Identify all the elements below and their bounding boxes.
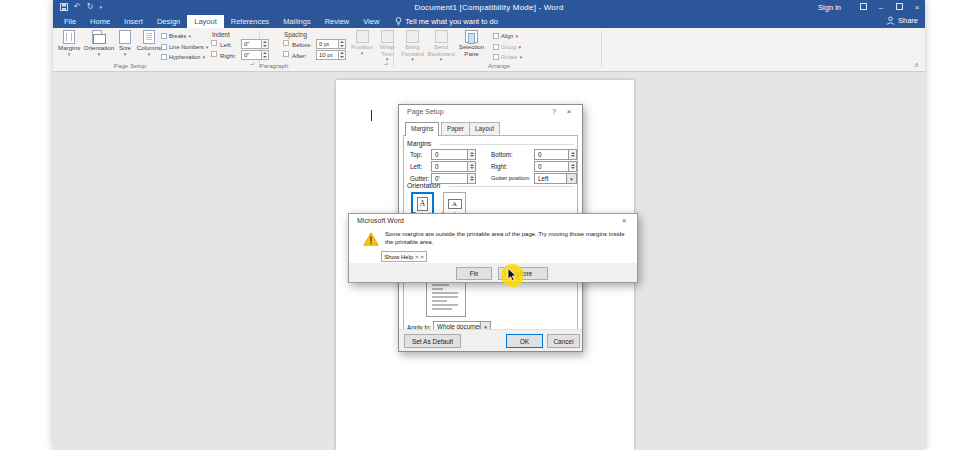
close-icon[interactable]: × xyxy=(619,216,629,225)
group-divider xyxy=(601,31,602,67)
spacing-after-input[interactable]: 10 pt xyxy=(316,50,346,60)
size-button[interactable]: Size ▾ xyxy=(116,30,134,56)
dialog-title: Page Setup xyxy=(407,108,444,115)
indent-right-input[interactable]: 0" xyxy=(241,50,269,60)
spinner-icon[interactable] xyxy=(467,162,475,171)
spacing-before-input[interactable]: 0 pt xyxy=(316,39,346,49)
page-setup-group-buttons: Margins ▾ Orientation ▾ Size ▾ Columns ▾ xyxy=(56,30,162,56)
dialog-tab-layout[interactable]: Layout xyxy=(469,122,500,135)
spinner-icon[interactable] xyxy=(467,150,475,159)
spacing-after-icon xyxy=(283,51,289,57)
mouse-cursor-icon xyxy=(507,268,517,282)
warning-icon xyxy=(363,232,379,246)
page-setup-small-buttons: Breaks▾ Line Numbers▾ Hyphenation▾ xyxy=(161,31,208,62)
hyphenation-button[interactable]: Hyphenation▾ xyxy=(161,52,208,62)
breaks-button[interactable]: Breaks▾ xyxy=(161,31,208,41)
bring-forward-icon xyxy=(406,30,419,43)
spacing-heading: Spacing xyxy=(284,31,307,38)
arrange-small-buttons: Align▾ Group▾ Rotate▾ xyxy=(493,31,522,62)
orientation-button[interactable]: Orientation ▾ xyxy=(84,30,114,56)
share-label: Share xyxy=(898,16,918,25)
ribbon-tab-row: File Home Insert Design Layout Reference… xyxy=(53,15,925,28)
tab-review[interactable]: Review xyxy=(318,15,357,28)
restore-icon[interactable] xyxy=(893,2,905,13)
close-icon[interactable]: × xyxy=(564,107,574,116)
columns-button[interactable]: Columns ▾ xyxy=(136,30,162,56)
align-button[interactable]: Align▾ xyxy=(493,31,522,41)
show-help-button[interactable]: Show Help > > xyxy=(381,251,427,262)
gutter-position-dropdown[interactable]: Left ▾ xyxy=(534,173,577,184)
spinner-icon[interactable] xyxy=(338,51,345,59)
chevron-down-icon: ▾ xyxy=(148,52,151,56)
margins-button[interactable]: Margins ▾ xyxy=(56,30,82,56)
collapse-ribbon-icon[interactable]: ∧ xyxy=(914,61,919,68)
minimize-icon[interactable]: – xyxy=(875,2,887,13)
cancel-button[interactable]: Cancel xyxy=(547,334,580,348)
spinner-icon[interactable] xyxy=(568,162,576,171)
line-numbers-icon xyxy=(161,44,167,50)
gutter-label: Gutter: xyxy=(410,175,429,182)
indent-right-label: Right: xyxy=(220,52,236,59)
paragraph-dialog-launcher-icon[interactable]: ⌐ xyxy=(384,61,388,68)
tab-home[interactable]: Home xyxy=(83,15,117,28)
dialog-tab-margins[interactable]: Margins xyxy=(405,122,439,136)
tab-mailings[interactable]: Mailings xyxy=(276,15,318,28)
group-button[interactable]: Group▾ xyxy=(493,42,522,52)
wrap-text-button[interactable]: Wrap Text ▾ xyxy=(376,30,398,61)
send-backward-button[interactable]: Send Backward ▾ xyxy=(427,30,455,61)
align-icon xyxy=(493,33,499,39)
selection-pane-button[interactable]: Selection Pane xyxy=(457,30,486,61)
indent-heading: Indent xyxy=(212,31,230,38)
right-label: Right: xyxy=(491,163,507,170)
indent-left-input[interactable]: 0" xyxy=(241,39,269,49)
chevron-down-icon: ▾ xyxy=(202,54,205,60)
portrait-icon: A xyxy=(417,197,428,211)
gutter-position-label: Gutter position: xyxy=(491,175,530,181)
tab-insert[interactable]: Insert xyxy=(117,15,150,28)
arrange-group-label: Arrange xyxy=(399,62,599,69)
spinner-icon[interactable] xyxy=(467,174,475,183)
spacing-after-label: After: xyxy=(292,52,307,59)
rotate-icon xyxy=(493,54,499,60)
lightbulb-icon xyxy=(395,17,402,26)
help-icon[interactable]: ? xyxy=(552,108,556,115)
share-button[interactable]: Share xyxy=(886,16,918,25)
warning-dialog: Microsoft Word × Some margins are outsid… xyxy=(348,213,638,283)
position-icon xyxy=(356,30,369,43)
spinner-icon[interactable] xyxy=(338,40,345,48)
spinner-icon[interactable] xyxy=(261,51,268,59)
position-button[interactable]: Position ▾ xyxy=(350,30,374,61)
top-margin-input[interactable]: 0 xyxy=(431,149,476,160)
tab-file[interactable]: File xyxy=(57,15,83,28)
bring-forward-button[interactable]: Bring Forward ▾ xyxy=(400,30,425,61)
tab-design[interactable]: Design xyxy=(150,15,187,28)
line-numbers-button[interactable]: Line Numbers▾ xyxy=(161,42,208,52)
section-divider xyxy=(439,144,574,145)
bottom-margin-input[interactable]: 0 xyxy=(534,149,577,160)
sign-in-link[interactable]: Sign in xyxy=(818,3,841,12)
dialog-tab-paper[interactable]: Paper xyxy=(441,122,470,135)
tab-view[interactable]: View xyxy=(356,15,386,28)
ok-button[interactable]: OK xyxy=(506,334,543,348)
columns-icon xyxy=(143,30,155,44)
orientation-section-label: Orientation xyxy=(407,182,440,189)
left-margin-input[interactable]: 0 xyxy=(431,161,476,172)
ribbon-display-options-icon[interactable] xyxy=(857,2,869,13)
hyphenation-icon xyxy=(161,54,167,60)
set-as-default-button[interactable]: Set As Default xyxy=(404,334,461,348)
spinner-icon[interactable] xyxy=(261,40,268,48)
margins-section-label: Margins xyxy=(407,140,431,147)
tab-references[interactable]: References xyxy=(224,15,276,28)
tab-layout[interactable]: Layout xyxy=(187,15,224,28)
title-bar: ↶ ↻ ▾ Document1 [Compatibility Mode] - W… xyxy=(53,0,925,15)
window-title: Document1 [Compatibility Mode] - Word xyxy=(53,3,925,12)
chevron-down-icon: ▾ xyxy=(124,52,127,56)
tell-me-box[interactable]: Tell me what you want to do xyxy=(395,15,498,28)
right-margin-input[interactable]: 0 xyxy=(534,161,577,172)
close-icon[interactable]: × xyxy=(911,2,923,13)
fix-button[interactable]: Fix xyxy=(456,267,492,280)
chevron-down-icon: ▾ xyxy=(515,33,518,39)
spinner-icon[interactable] xyxy=(568,150,576,159)
rotate-button[interactable]: Rotate▾ xyxy=(493,52,522,62)
person-icon xyxy=(886,16,895,25)
